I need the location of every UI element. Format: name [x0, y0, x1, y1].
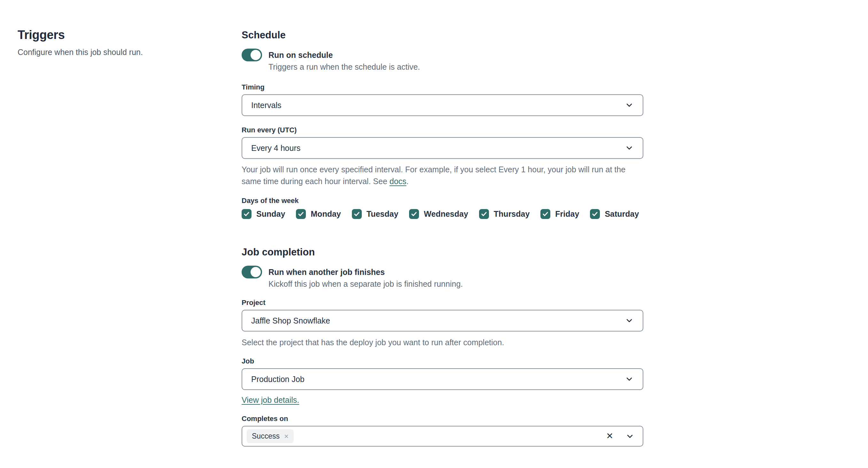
project-select-value: Jaffle Shop Snowflake: [251, 316, 330, 325]
checkbox-checked-icon[interactable]: [409, 209, 419, 219]
success-chip: Success ×: [247, 429, 294, 443]
days-of-week-label: Days of the week: [242, 196, 643, 205]
run-when-job-finishes-toggle[interactable]: [242, 266, 262, 278]
section-intro: Triggers Configure when this job should …: [18, 28, 216, 57]
help-text-before: Your job will run once every specified i…: [242, 165, 625, 186]
chevron-down-icon: [625, 144, 634, 153]
timing-label: Timing: [242, 83, 643, 92]
settings-form: Schedule Run on schedule Triggers a run …: [242, 0, 643, 446]
clear-all-icon[interactable]: ✕: [606, 432, 613, 440]
checkbox-checked-icon[interactable]: [479, 209, 489, 219]
view-job-details-link[interactable]: View job details.: [242, 396, 299, 404]
run-on-schedule-toggle[interactable]: [242, 49, 262, 61]
toggle-texts: Run on schedule Triggers a run when the …: [269, 49, 420, 72]
page-subtitle: Configure when this job should run.: [18, 48, 216, 57]
completes-on-label: Completes on: [242, 414, 643, 423]
checkbox-checked-icon[interactable]: [352, 209, 362, 219]
project-help: Select the project that has the deploy j…: [242, 337, 644, 348]
days-of-week-row: Sunday Monday Tuesday Wednesday Thursday…: [242, 209, 643, 219]
day-item-thursday[interactable]: Thursday: [479, 209, 530, 219]
chevron-down-icon: [625, 375, 634, 384]
checkbox-checked-icon[interactable]: [296, 209, 306, 219]
run-on-schedule-description: Triggers a run when the schedule is acti…: [269, 61, 420, 72]
timing-select[interactable]: Intervals: [242, 94, 643, 116]
help-text-after: .: [406, 177, 409, 186]
day-label: Saturday: [604, 209, 639, 219]
toggle-texts: Run when another job finishes Kickoff th…: [269, 266, 463, 290]
job-select[interactable]: Production Job: [242, 368, 643, 390]
run-every-label: Run every (UTC): [242, 126, 643, 134]
toggle-knob: [251, 267, 261, 277]
chevron-down-icon: [625, 316, 634, 325]
project-label: Project: [242, 298, 643, 307]
day-item-saturday[interactable]: Saturday: [590, 209, 639, 219]
success-chip-label: Success: [252, 432, 280, 440]
page-title: Triggers: [18, 28, 216, 42]
run-when-job-finishes-description: Kickoff this job when a separate job is …: [269, 278, 463, 290]
toggle-knob: [251, 50, 261, 60]
day-item-sunday[interactable]: Sunday: [242, 209, 285, 219]
day-label: Wednesday: [424, 209, 468, 219]
day-item-wednesday[interactable]: Wednesday: [409, 209, 468, 219]
run-on-schedule-row: Run on schedule Triggers a run when the …: [242, 49, 643, 72]
timing-select-value: Intervals: [251, 101, 281, 110]
day-label: Monday: [311, 209, 341, 219]
job-completion-heading: Job completion: [242, 246, 643, 259]
view-job-details-row: View job details.: [242, 395, 643, 405]
run-when-job-finishes-row: Run when another job finishes Kickoff th…: [242, 266, 643, 290]
run-when-job-finishes-label: Run when another job finishes: [269, 267, 463, 278]
docs-link[interactable]: docs: [390, 177, 406, 186]
day-item-tuesday[interactable]: Tuesday: [352, 209, 399, 219]
completes-on-multiselect[interactable]: Success × ✕: [242, 426, 643, 446]
day-label: Sunday: [256, 209, 285, 219]
day-label: Thursday: [494, 209, 530, 219]
project-select[interactable]: Jaffle Shop Snowflake: [242, 310, 643, 332]
multiselect-controls: ✕: [606, 432, 634, 441]
run-every-select[interactable]: Every 4 hours: [242, 137, 643, 159]
day-label: Tuesday: [367, 209, 399, 219]
chevron-down-icon[interactable]: [625, 432, 634, 441]
checkbox-checked-icon[interactable]: [590, 209, 600, 219]
chip-remove-icon[interactable]: ×: [284, 433, 288, 440]
schedule-heading: Schedule: [242, 29, 643, 41]
run-every-select-value: Every 4 hours: [251, 144, 301, 153]
day-label: Friday: [555, 209, 579, 219]
run-on-schedule-label: Run on schedule: [269, 50, 420, 60]
job-label: Job: [242, 357, 643, 366]
day-item-friday[interactable]: Friday: [540, 209, 579, 219]
checkbox-checked-icon[interactable]: [540, 209, 550, 219]
day-item-monday[interactable]: Monday: [296, 209, 341, 219]
job-select-value: Production Job: [251, 375, 305, 384]
checkbox-checked-icon[interactable]: [242, 209, 251, 219]
run-every-help: Your job will run once every specified i…: [242, 164, 644, 187]
triggers-settings-page: Triggers Configure when this job should …: [0, 0, 868, 468]
chevron-down-icon: [625, 101, 634, 110]
